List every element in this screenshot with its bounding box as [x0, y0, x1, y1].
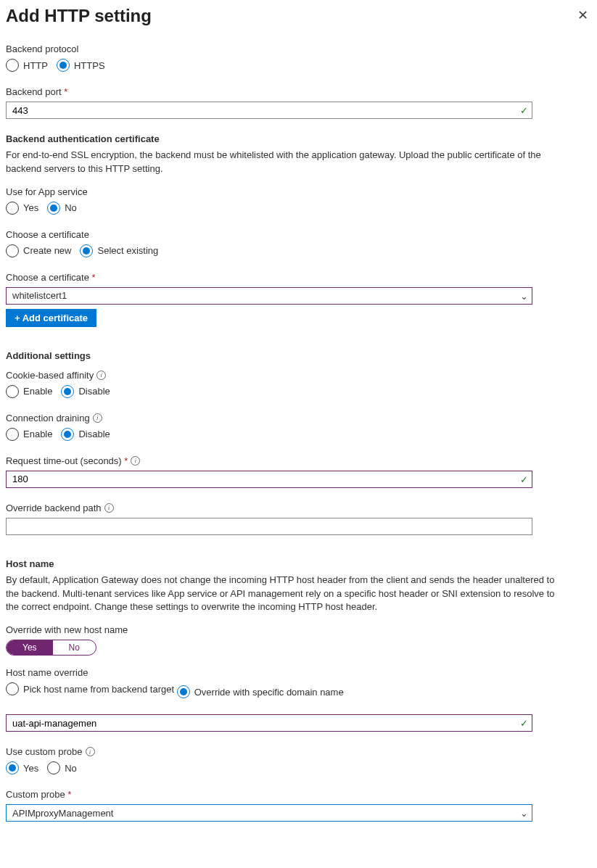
- radio-no-label: No: [65, 763, 77, 774]
- required-star: *: [89, 272, 96, 283]
- override-backend-path-input[interactable]: [6, 518, 532, 535]
- backend-port-label: Backend port: [6, 86, 62, 97]
- backend-auth-heading: Backend authentication certificate: [6, 133, 591, 144]
- cookie-affinity-label: Cookie-based affinity: [6, 370, 94, 381]
- radio-yes-label: Yes: [23, 763, 38, 774]
- panel-header: Add HTTP setting ✕: [6, 6, 591, 26]
- use-for-app-service-field: Use for App service Yes No: [6, 186, 591, 215]
- override-backend-path-field: Override backend path i: [6, 503, 591, 535]
- radio-icon: [61, 428, 74, 441]
- request-timeout-input[interactable]: [6, 471, 532, 488]
- request-timeout-label: Request time-out (seconds): [6, 455, 122, 466]
- radio-yes-label: Yes: [23, 202, 38, 213]
- required-star: *: [62, 86, 68, 97]
- radio-icon: [6, 761, 19, 774]
- radio-icon: [6, 385, 19, 398]
- info-icon[interactable]: i: [93, 413, 102, 423]
- choose-cert-mode-label: Choose a certificate: [6, 229, 591, 240]
- custom-probe-value: APIMproxyManagement: [12, 808, 113, 819]
- radio-specific-label: Override with specific domain name: [194, 687, 344, 698]
- connection-draining-label: Connection draining: [6, 413, 90, 423]
- close-icon[interactable]: ✕: [575, 6, 591, 25]
- radio-pick-hostname[interactable]: Pick host name from backend target: [6, 682, 174, 695]
- custom-probe-label: Custom probe: [6, 789, 65, 800]
- radio-disable-label: Disable: [78, 429, 110, 439]
- override-hostname-toggle[interactable]: Yes No: [6, 640, 96, 656]
- radio-https-label: HTTPS: [74, 60, 105, 71]
- radio-disable-label: Disable: [78, 386, 110, 397]
- radio-icon: [6, 202, 19, 215]
- additional-settings-heading: Additional settings: [6, 350, 591, 361]
- choose-cert-field: Choose a certificate * whitelistcert1 ⌄ …: [6, 272, 591, 327]
- radio-icon: [61, 385, 74, 398]
- add-certificate-button[interactable]: + Add certificate: [6, 309, 96, 327]
- radio-create-label: Create new: [23, 245, 71, 256]
- radio-appservice-yes[interactable]: Yes: [6, 202, 38, 215]
- radio-enable-label: Enable: [23, 386, 52, 397]
- backend-protocol-label: Backend protocol: [6, 44, 591, 54]
- choose-cert-mode-field: Choose a certificate Create new Select e…: [6, 229, 591, 257]
- override-hostname-label: Override with new host name: [6, 624, 591, 635]
- choose-cert-value: whitelistcert1: [12, 290, 67, 301]
- connection-draining-field: Connection draining i Enable Disable: [6, 413, 591, 441]
- cookie-affinity-field: Cookie-based affinity i Enable Disable: [6, 370, 591, 398]
- radio-cookie-disable[interactable]: Disable: [61, 385, 110, 398]
- radio-icon: [6, 682, 19, 695]
- pill-no: No: [53, 640, 96, 655]
- required-star: *: [65, 789, 72, 800]
- choose-cert-label: Choose a certificate: [6, 272, 89, 283]
- override-backend-path-label: Override backend path: [6, 503, 102, 513]
- hostname-input[interactable]: [6, 714, 532, 732]
- radio-http[interactable]: HTTP: [6, 59, 48, 72]
- backend-port-field: Backend port * ✓: [6, 86, 591, 119]
- hostname-value-field: ✓: [6, 714, 591, 732]
- info-icon[interactable]: i: [104, 503, 114, 513]
- use-custom-probe-label: Use custom probe: [6, 746, 83, 757]
- info-icon[interactable]: i: [131, 456, 140, 466]
- custom-probe-field: Custom probe * APIMproxyManagement ⌄: [6, 789, 591, 822]
- use-for-app-service-label: Use for App service: [6, 186, 591, 197]
- hostname-override-mode-label: Host name override: [6, 667, 591, 678]
- info-icon[interactable]: i: [86, 747, 95, 756]
- radio-specific-hostname[interactable]: Override with specific domain name: [177, 685, 344, 698]
- radio-cookie-enable[interactable]: Enable: [6, 385, 52, 398]
- use-custom-probe-field: Use custom probe i Yes No: [6, 746, 591, 774]
- radio-http-label: HTTP: [23, 60, 48, 71]
- pill-yes: Yes: [7, 640, 53, 655]
- radio-enable-label: Enable: [23, 429, 52, 439]
- page-title: Add HTTP setting: [6, 6, 152, 26]
- radio-appservice-no[interactable]: No: [47, 202, 77, 215]
- backend-protocol-field: Backend protocol HTTP HTTPS: [6, 44, 591, 72]
- backend-auth-description: For end-to-end SSL encryption, the backe…: [6, 149, 557, 176]
- radio-icon: [6, 244, 19, 257]
- request-timeout-field: Request time-out (seconds) * i ✓: [6, 455, 591, 488]
- host-name-heading: Host name: [6, 558, 591, 569]
- host-name-description: By default, Application Gateway does not…: [6, 574, 557, 615]
- radio-select-label: Select existing: [97, 245, 158, 256]
- radio-icon: [6, 428, 19, 441]
- radio-icon: [57, 59, 70, 72]
- info-icon[interactable]: i: [96, 371, 106, 380]
- required-star: *: [122, 455, 128, 466]
- radio-cert-select[interactable]: Select existing: [80, 244, 158, 257]
- radio-https[interactable]: HTTPS: [57, 59, 105, 72]
- radio-probe-no[interactable]: No: [47, 761, 77, 774]
- radio-drain-disable[interactable]: Disable: [61, 428, 110, 441]
- choose-cert-select[interactable]: whitelistcert1: [6, 287, 532, 305]
- radio-no-label: No: [65, 202, 77, 213]
- radio-icon: [80, 244, 93, 257]
- radio-probe-yes[interactable]: Yes: [6, 761, 38, 774]
- radio-drain-enable[interactable]: Enable: [6, 428, 52, 441]
- radio-icon: [6, 59, 19, 72]
- radio-icon: [47, 761, 60, 774]
- radio-icon: [47, 202, 60, 215]
- custom-probe-select[interactable]: APIMproxyManagement: [6, 804, 532, 822]
- radio-pick-label: Pick host name from backend target: [23, 684, 174, 695]
- radio-cert-create[interactable]: Create new: [6, 244, 71, 257]
- radio-icon: [177, 685, 190, 698]
- backend-port-input[interactable]: [6, 102, 532, 119]
